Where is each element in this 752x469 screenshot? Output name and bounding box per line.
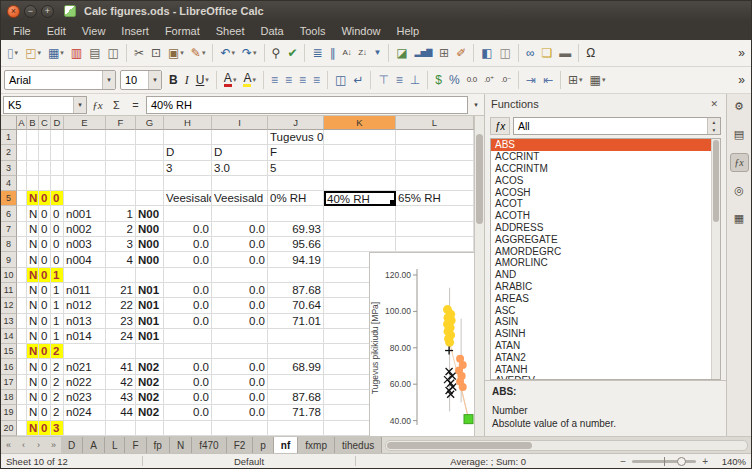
font-size-combo[interactable]: 10 ▾ (120, 70, 162, 90)
cell-L1[interactable] (396, 130, 474, 145)
cell-G19[interactable]: N02 (136, 405, 164, 420)
cell-J6[interactable] (268, 206, 324, 221)
border-style-icon[interactable]: ▦▾ (587, 69, 609, 91)
cell-H4[interactable] (164, 176, 212, 191)
font-color-icon[interactable]: A▾ (221, 69, 240, 91)
cell-A2[interactable] (17, 145, 27, 160)
percent-icon[interactable]: % (446, 69, 463, 91)
insert-function-icon[interactable]: ƒx (490, 117, 510, 135)
cell-J9[interactable]: 94.19 (268, 252, 324, 267)
column-header-G[interactable]: G (136, 116, 164, 130)
menu-data[interactable]: Data (252, 23, 291, 39)
sort-descending-icon[interactable]: Z↓ (355, 42, 369, 64)
sheet-tab-F2[interactable]: F2 (227, 437, 254, 453)
cell-G5[interactable] (136, 191, 164, 206)
row-header-15[interactable]: 15 (1, 344, 17, 359)
previous-sheet-icon[interactable]: ‹ (16, 440, 31, 450)
cell-F13[interactable]: 23 (106, 314, 136, 329)
clone-formatting-icon[interactable]: ✎▾ (188, 42, 209, 64)
vertical-scrollbar-thumb[interactable] (476, 134, 483, 224)
function-item-acot[interactable]: ACOT (491, 198, 720, 210)
pivot-table-icon[interactable]: ⊞ (436, 42, 452, 64)
functions-list-scrollbar-thumb[interactable] (713, 140, 719, 222)
cell-E18[interactable]: n023 (64, 390, 106, 405)
cell-C16[interactable]: 0 (39, 359, 51, 374)
function-item-amorlinc[interactable]: AMORLINC (491, 257, 720, 269)
gallery-icon[interactable]: ▦ (730, 209, 749, 228)
function-item-amordegrc[interactable]: AMORDEGRC (491, 245, 720, 257)
italic-icon[interactable]: I (182, 69, 192, 91)
cell-E16[interactable]: n021 (64, 359, 106, 374)
sidebar-settings-icon[interactable]: ⚙ (730, 97, 749, 116)
menu-file[interactable]: File (5, 23, 39, 39)
cell-I18[interactable]: 0.0 (212, 390, 268, 405)
cell-A16[interactable] (17, 359, 27, 374)
menu-sheet[interactable]: Sheet (208, 23, 253, 39)
cell-J11[interactable]: 87.68 (268, 283, 324, 298)
cell-E20[interactable] (64, 421, 106, 436)
cell-E4[interactable] (64, 176, 106, 191)
column-header-H[interactable]: H (164, 116, 212, 130)
undo-icon[interactable]: ↶▾ (217, 42, 238, 64)
function-item-atan2[interactable]: ATAN2 (491, 351, 720, 363)
cell-I3[interactable]: 3.0 (212, 161, 268, 176)
cell-C6[interactable]: 0 (39, 206, 51, 221)
sheet-tab-nf[interactable]: nf (274, 437, 298, 453)
zoom-out-icon[interactable]: − (620, 456, 626, 467)
cell-B11[interactable]: N (27, 283, 39, 298)
cell-L2[interactable] (396, 145, 474, 160)
cell-D19[interactable]: 2 (51, 405, 64, 420)
cell-A8[interactable] (17, 237, 27, 252)
cell-D8[interactable]: 0 (51, 237, 64, 252)
cell-L8[interactable] (396, 237, 474, 252)
formula-input[interactable]: 40% RH (146, 96, 468, 114)
cell-D16[interactable]: 2 (51, 359, 64, 374)
wrap-text-icon[interactable]: ↵ (350, 69, 366, 91)
close-button[interactable]: × (7, 5, 20, 18)
print-icon[interactable]: ▤ (86, 42, 103, 64)
sheet-tab-N[interactable]: N (170, 437, 192, 453)
column-header-C[interactable]: C (39, 116, 51, 130)
cell-I20[interactable] (212, 421, 268, 436)
cell-G17[interactable]: N02 (136, 375, 164, 390)
cell-G14[interactable]: N01 (136, 329, 164, 344)
background-color-icon[interactable]: A▾ (240, 69, 259, 91)
cell-D5[interactable]: 0 (51, 191, 64, 206)
headers-footers-icon[interactable]: ▬ (556, 42, 574, 64)
cell-A1[interactable] (17, 130, 27, 145)
column-header-E[interactable]: E (64, 116, 106, 130)
cell-C11[interactable]: 0 (39, 283, 51, 298)
redo-icon[interactable]: ↷▾ (239, 42, 260, 64)
cell-C1[interactable] (39, 130, 51, 145)
sort-ascending-icon[interactable]: A↓ (340, 42, 355, 64)
functions-icon[interactable]: ƒx (730, 153, 749, 172)
clone-formatting-dropdown-icon[interactable]: ▾ (202, 49, 206, 57)
cell-G16[interactable]: N02 (136, 359, 164, 374)
open-dropdown-icon[interactable]: ▾ (37, 49, 41, 57)
column-header-B[interactable]: B (27, 116, 39, 130)
menu-edit[interactable]: Edit (39, 23, 74, 39)
cell-H7[interactable]: 0.0 (164, 222, 212, 237)
open-icon[interactable]: ◰▾ (22, 42, 44, 64)
cell-G3[interactable] (136, 161, 164, 176)
cell-I2[interactable]: D (212, 145, 268, 160)
row-header-4[interactable]: 4 (1, 176, 17, 191)
cell-D6[interactable]: 0 (51, 206, 64, 221)
cell-G15[interactable] (136, 344, 164, 359)
cell-F3[interactable] (106, 161, 136, 176)
cell-C5[interactable]: 0 (39, 191, 51, 206)
cell-J13[interactable]: 71.01 (268, 314, 324, 329)
underline-dropdown-icon[interactable]: ▾ (205, 76, 209, 84)
cell-J4[interactable] (268, 176, 324, 191)
cell-H13[interactable]: 0.0 (164, 314, 212, 329)
cell-H16[interactable]: 0.0 (164, 359, 212, 374)
row-header-19[interactable]: 19 (1, 405, 17, 420)
sheet-tab-fp[interactable]: fp (147, 437, 170, 453)
cell-J15[interactable] (268, 344, 324, 359)
cell-F18[interactable]: 43 (106, 390, 136, 405)
cell-A4[interactable] (17, 176, 27, 191)
print-preview-icon[interactable]: ◫ (105, 42, 122, 64)
menu-format[interactable]: Format (157, 23, 208, 39)
last-sheet-icon[interactable]: » (46, 440, 61, 450)
cell-J1[interactable]: Tugevus 0 (268, 130, 324, 145)
